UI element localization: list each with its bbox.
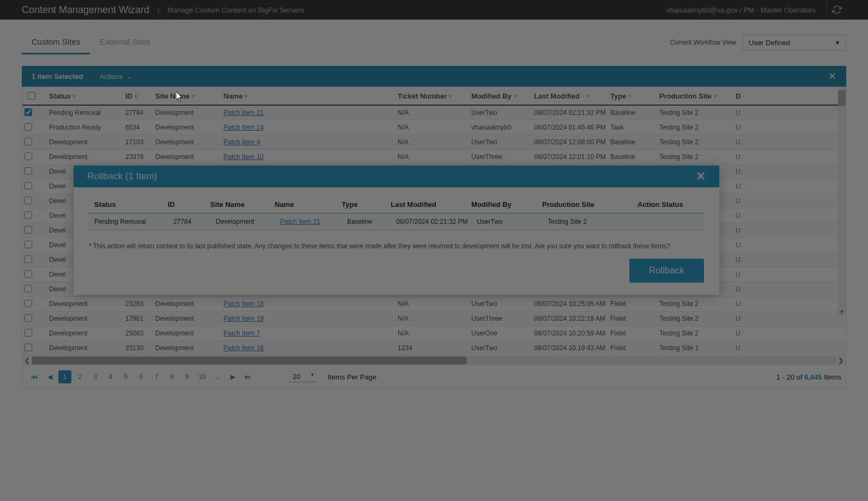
modal-overlay: [0, 0, 868, 501]
